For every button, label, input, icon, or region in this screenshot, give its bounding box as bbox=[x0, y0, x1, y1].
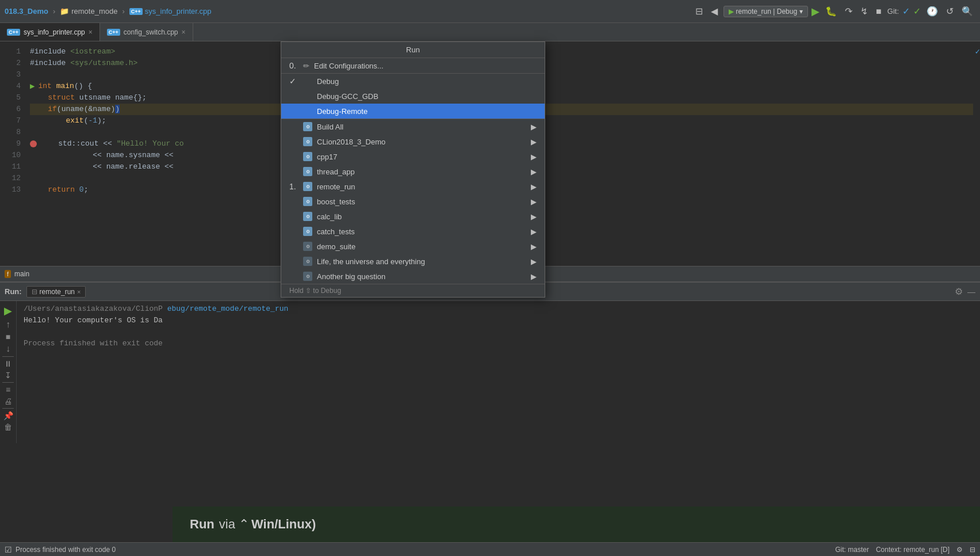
step-into-icon[interactable]: ↯ bbox=[858, 5, 870, 18]
settings-icon[interactable]: ⚙ bbox=[956, 546, 963, 554]
check-boost-tests bbox=[289, 197, 298, 206]
run-config-label: remote_run | Debug bbox=[736, 7, 798, 16]
run-panel: Run: ⊟ remote_run × ⚙ — ▶ ↑ ■ ↓ ⏸ ↧ ≡ 🖨 … bbox=[0, 282, 980, 443]
run-print-button[interactable]: 🖨 bbox=[4, 397, 12, 406]
check-catch-tests bbox=[289, 227, 298, 236]
arrow-thread-app: ▶ bbox=[531, 167, 537, 176]
breakpoint-icon bbox=[30, 140, 37, 147]
tab-close-1[interactable]: × bbox=[89, 28, 93, 36]
tab-close-2[interactable]: × bbox=[182, 28, 186, 36]
cpp-badge-2: C++ bbox=[107, 29, 120, 36]
dropdown-item-demo-suite[interactable]: ⚙ demo_suite ▶ bbox=[281, 239, 545, 254]
build-icon-catch-tests: ⚙ bbox=[303, 227, 312, 236]
arrow-build-all: ▶ bbox=[531, 123, 537, 131]
dropdown-item-cpp17[interactable]: ⚙ cpp17 ▶ bbox=[281, 149, 545, 164]
build-icon-another-big: ⚙ bbox=[303, 272, 312, 281]
build-icon-remote-run: ⚙ bbox=[303, 182, 312, 191]
item-label-debug: Debug bbox=[317, 77, 537, 86]
run-config-selector[interactable]: ▶ remote_run | Debug ▾ bbox=[723, 6, 809, 17]
back-icon[interactable]: ◀ bbox=[709, 5, 720, 18]
run-path-text: /Users/anastasiakazakova/ClionP bbox=[24, 304, 163, 313]
breadcrumb-sep-1: › bbox=[53, 7, 55, 16]
dropdown-item-another-big[interactable]: ⚙ Another big question ▶ bbox=[281, 269, 545, 284]
dropdown-item-build-all[interactable]: ⚙ Build All ▶ bbox=[281, 119, 545, 134]
run-tab[interactable]: ⊟ remote_run × bbox=[26, 286, 86, 298]
dropdown-item-catch-tests[interactable]: ⚙ catch_tests ▶ bbox=[281, 224, 545, 239]
run-pause-button[interactable]: ⏸ bbox=[4, 359, 12, 368]
check-thread-app bbox=[289, 167, 298, 176]
git-checkmark-2[interactable]: ✓ bbox=[913, 6, 921, 17]
line-numbers: 1 2 3 4 5 6 7 8 9 10 11 12 13 bbox=[0, 41, 23, 266]
dropdown-item-edit-config[interactable]: 0. ✏ Edit Configurations... bbox=[281, 58, 545, 73]
folder-remote-mode[interactable]: 📁 remote_mode bbox=[60, 7, 117, 16]
dropdown-item-calc-lib[interactable]: ⚙ calc_lib ▶ bbox=[281, 209, 545, 224]
build-icon-demo-suite: ⚙ bbox=[303, 242, 312, 251]
run-pin-button[interactable]: 📌 bbox=[3, 411, 13, 420]
run-output: /Users/anastasiakazakova/ClionP ebug/rem… bbox=[17, 301, 980, 443]
run-tab-icon: ⊟ bbox=[32, 288, 37, 296]
step-over-icon[interactable]: ↷ bbox=[843, 5, 855, 18]
status-bar: ☑ Process finished with exit code 0 Git:… bbox=[0, 542, 980, 556]
run-settings-icon[interactable]: ⚙ bbox=[955, 286, 963, 297]
arrow-clion-demo: ▶ bbox=[531, 138, 537, 146]
arrow-demo-suite: ▶ bbox=[531, 242, 537, 251]
project-name[interactable]: 018.3_Demo bbox=[5, 7, 48, 16]
item-label-life-universe: Life, the universe and everything bbox=[317, 257, 526, 266]
arrow-another-big: ▶ bbox=[531, 272, 537, 281]
run-up-button[interactable]: ↑ bbox=[6, 319, 10, 330]
arrow-life-universe: ▶ bbox=[531, 257, 537, 266]
status-left: ☑ Process finished with exit code 0 bbox=[5, 545, 116, 554]
dropdown-item-debug[interactable]: ✓ Debug bbox=[281, 74, 545, 89]
tab-label-2: config_switch.cpp bbox=[124, 28, 178, 36]
cpp-badge-1: C++ bbox=[7, 29, 20, 36]
dropdown-item-boost-tests[interactable]: ⚙ boost_tests ▶ bbox=[281, 194, 545, 209]
run-body: ▶ ↑ ■ ↓ ⏸ ↧ ≡ 🖨 📌 🗑 /Users/anastasiakaza… bbox=[0, 301, 980, 443]
stop-icon[interactable]: ■ bbox=[874, 5, 884, 18]
toolbar-controls: ⊟ ◀ ▶ remote_run | Debug ▾ ▶ 🐛 ↷ ↯ ■ Git… bbox=[693, 5, 975, 18]
search-icon[interactable]: 🔍 bbox=[959, 5, 975, 18]
context-status[interactable]: Context: remote_run [D] bbox=[876, 546, 950, 554]
run-tab-close[interactable]: × bbox=[77, 288, 81, 295]
run-down-button[interactable]: ↓ bbox=[6, 344, 10, 354]
run-label: Run: bbox=[5, 287, 22, 296]
tab-config-switch[interactable]: C++ config_switch.cpp × bbox=[100, 23, 193, 41]
dropdown-item-debug-gcc[interactable]: Debug-GCC_GDB bbox=[281, 89, 545, 104]
run-wrap-button[interactable]: ≡ bbox=[6, 385, 10, 394]
item-label-calc-lib: calc_lib bbox=[317, 212, 526, 221]
arrow-calc-lib: ▶ bbox=[531, 212, 537, 221]
git-status[interactable]: Git: master bbox=[835, 546, 869, 554]
run-stop-button[interactable]: ■ bbox=[6, 332, 10, 341]
run-button[interactable]: ▶ bbox=[811, 5, 820, 18]
revert-icon[interactable]: ↺ bbox=[944, 5, 956, 18]
file-sys-info[interactable]: C++ sys_info_printer.cpp bbox=[129, 7, 212, 16]
layout-icon[interactable]: ⊟ bbox=[693, 5, 705, 18]
check-debug-remote bbox=[289, 106, 298, 116]
item-label-cpp17: cpp17 bbox=[317, 153, 526, 161]
function-badge: f bbox=[5, 270, 11, 278]
run-output-path-line: /Users/anastasiakazakova/ClionP ebug/rem… bbox=[24, 303, 973, 315]
run-icon-small: ▶ bbox=[729, 7, 734, 16]
dropdown-item-clion-demo[interactable]: ⚙ CLion2018_3_Demo ▶ bbox=[281, 134, 545, 149]
dropdown-item-life-universe[interactable]: ⚙ Life, the universe and everything ▶ bbox=[281, 254, 545, 269]
tab-label-1: sys_info_printer.cpp bbox=[24, 28, 85, 36]
run-output-empty bbox=[24, 326, 973, 338]
item-label-demo-suite: demo_suite bbox=[317, 242, 526, 251]
run-trash-button[interactable]: 🗑 bbox=[4, 422, 12, 432]
code-text: #include <sys/utsname.h> bbox=[30, 58, 137, 69]
check-debug-gcc bbox=[289, 92, 298, 101]
run-minimize-icon[interactable]: — bbox=[967, 287, 975, 296]
run-play-button[interactable]: ▶ bbox=[4, 304, 12, 317]
tabs-bar: C++ sys_info_printer.cpp × C++ config_sw… bbox=[0, 23, 980, 41]
run-scroll-button[interactable]: ↧ bbox=[5, 371, 12, 380]
history-icon[interactable]: 🕐 bbox=[924, 5, 940, 18]
git-checkmark-1[interactable]: ✓ bbox=[902, 6, 910, 17]
tab-sys-info-printer[interactable]: C++ sys_info_printer.cpp × bbox=[0, 23, 100, 41]
dropdown-item-remote-run[interactable]: 1. ⚙ remote_run ▶ bbox=[281, 179, 545, 194]
layout-icon-status[interactable]: ⊟ bbox=[970, 546, 975, 554]
dropdown-item-thread-app[interactable]: ⚙ thread_app ▶ bbox=[281, 164, 545, 179]
debug-icon[interactable]: 🐛 bbox=[823, 5, 839, 18]
item-label-edit-config: Edit Configurations... bbox=[314, 62, 537, 70]
dropdown-item-debug-remote[interactable]: Debug-Remote bbox=[281, 104, 545, 119]
build-icon-boost-tests: ⚙ bbox=[303, 197, 312, 206]
dropdown-title: Run bbox=[281, 42, 545, 58]
